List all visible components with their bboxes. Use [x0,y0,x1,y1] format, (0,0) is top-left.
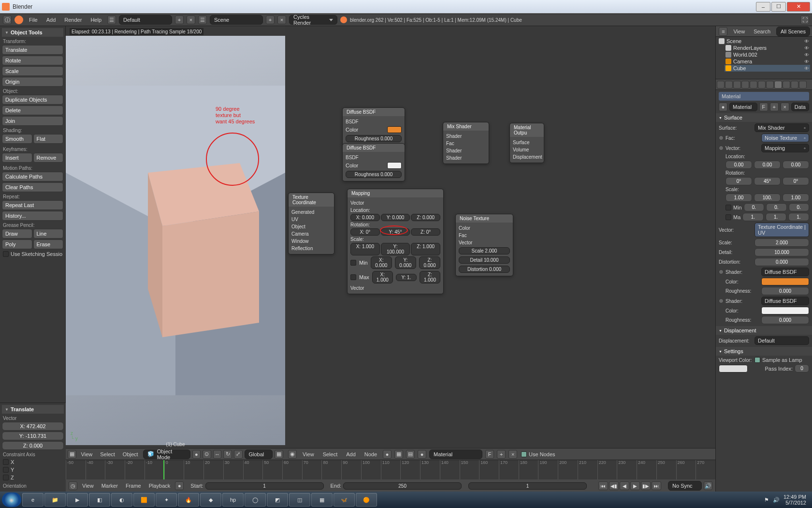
node-menu-view[interactable]: View [300,450,317,458]
fake-user-button[interactable]: F [759,103,768,111]
auto-keyframe-icon[interactable]: ● [175,481,184,490]
manipulator-translate-icon[interactable]: ↔ [213,450,222,459]
socket-camera-out[interactable]: Camera [291,230,331,238]
node-header[interactable]: Material Outpu [510,123,544,137]
taskbar-app-icon[interactable]: 🔥 [178,493,199,507]
outliner-item[interactable]: Camera👁 [725,58,810,65]
rotate-button[interactable]: Rotate [2,56,63,65]
vector2-value[interactable]: Texture Coordinate | UV [754,223,809,237]
viewport-menu-object[interactable]: Object [120,450,141,458]
remove-layout-button[interactable]: × [187,15,195,24]
socket-shader-in-2[interactable]: Shader [446,154,486,162]
smooth-button[interactable]: Smooth [2,134,32,144]
play-reverse-button[interactable]: ◀ [620,481,629,490]
jump-start-button[interactable]: ⏮ [598,481,608,490]
tex-detail-value[interactable]: 10.000 [754,248,809,256]
new-material-button[interactable]: + [770,103,779,111]
viewport-color-swatch[interactable] [719,365,748,373]
mapping-min-checkbox[interactable] [350,260,356,266]
gp-erase-button[interactable]: Erase [33,239,64,249]
node-header[interactable]: Mapping [348,189,443,197]
prop-tab-modifiers[interactable] [758,81,766,89]
socket-generated-out[interactable]: Generated [291,209,331,216]
taskbar-app-icon[interactable]: ◫ [289,493,310,507]
gp-draw-button[interactable]: Draw [2,229,32,239]
pass-index-value[interactable]: 0 [795,364,809,373]
taskbar-media-icon[interactable]: ▶ [67,493,88,507]
prop-max-x[interactable]: 1. [742,213,763,221]
prop-rot-x[interactable]: 0° [725,177,752,185]
prop-loc-y[interactable]: 0.00 [754,161,781,169]
taskbar-hp-icon[interactable]: hp [222,493,244,507]
node-mapping[interactable]: Mapping Vector Location: X: 0.000 Y: 0.0… [347,189,444,294]
displacement-value[interactable]: Default [754,336,809,345]
fac-value[interactable]: Noise Texture◦ [761,134,809,142]
taskbar-explorer-icon[interactable]: 📁 [44,493,66,507]
surface-section-header[interactable]: Surface [716,113,812,122]
repeat-last-button[interactable]: Repeat Last [2,200,63,210]
shader1-socket-icon[interactable] [719,269,724,274]
node-mix-shader[interactable]: Mix Shader Shader Fac Shader Shader [443,122,489,164]
use-nodes-checkbox[interactable]: Use Nodes [520,450,556,458]
translate-button[interactable]: Translate [2,45,63,55]
socket-bsdf-out[interactable]: BSDF [346,154,402,161]
translate-panel-header[interactable]: Translate [2,405,64,414]
socket-shader-in-1[interactable]: Shader [446,147,486,154]
manipulator-scale-icon[interactable]: ⤢ [234,450,243,459]
visibility-icon[interactable]: 👁 [804,66,809,71]
sketching-session-checkbox[interactable]: Use Sketching Sessio [2,250,63,258]
outliner-menu-view[interactable]: View [730,28,748,35]
roughness-field[interactable]: Roughness 0.000 [346,171,402,178]
node-editor[interactable]: Diffuse BSDF BSDF Color Roughness 0.000 … [285,26,715,460]
prop-min-z[interactable]: 0. [789,203,809,211]
prop-rot-z[interactable]: 0° [783,177,809,185]
visibility-icon[interactable]: 👁 [804,59,809,64]
mapping-max-checkbox[interactable] [350,274,356,280]
texture-type-icon[interactable]: ▤ [406,450,415,459]
socket-uv-out[interactable]: UV [291,216,331,223]
noise-distortion-field[interactable]: Distortion 0.000 [459,266,510,273]
outliner-item[interactable]: World.002👁 [725,51,810,58]
taskbar-app-icon[interactable]: ✦ [156,493,177,507]
remove-scene-button[interactable]: × [277,15,286,24]
menu-file[interactable]: File [26,16,41,24]
outliner-item[interactable]: Cube👁 [725,65,810,72]
prop-tab-constraints[interactable] [750,81,757,89]
history-button[interactable]: History... [2,211,63,221]
socket-surface-in[interactable]: Surface [513,139,541,146]
link-dropdown[interactable]: Data [791,103,809,111]
outliner-menu-search[interactable]: Search [751,28,773,35]
prop-scale-x[interactable]: 1.00 [725,194,752,202]
node-menu-add[interactable]: Add [343,450,359,458]
jump-prev-keyframe-button[interactable]: ◀▮ [609,481,619,490]
node-material-output[interactable]: Material Outpu Surface Volume Displaceme… [509,123,544,163]
node-noise-texture[interactable]: Noise Texture Color Fac Vector Scale 2.0… [455,214,513,276]
material-name-field[interactable]: Material [429,449,482,459]
taskbar-app-icon[interactable]: ◧ [89,493,110,507]
timeline-ruler[interactable]: -50-40-30-20-100102030405060708090100110… [66,460,715,479]
node-header[interactable]: Diffuse BSDF [343,144,405,152]
socket-bsdf-out[interactable]: BSDF [346,118,402,125]
node-header[interactable]: Diffuse BSDF [343,108,405,116]
node-header[interactable]: Noise Texture [456,214,513,223]
prop-tab-object[interactable] [741,81,749,89]
system-clock[interactable]: 12:49 PM 5/7/2012 [783,494,806,506]
viewport-editor-type-icon[interactable]: ▦ [68,450,76,459]
node-header[interactable]: Mix Shader [443,122,489,131]
mapping-max-x[interactable]: X: 1.000 [372,271,393,284]
delete-button[interactable]: Delete [2,105,63,115]
max-checkbox[interactable] [725,214,731,220]
roughness-field[interactable]: Roughness 0.000 [346,135,402,142]
prop-tab-world[interactable] [733,81,741,89]
orientation-dropdown[interactable]: Global [245,449,273,459]
scene-browse-icon[interactable]: ☰ [198,15,207,24]
node-diffuse-bsdf-1[interactable]: Diffuse BSDF BSDF Color Roughness 0.000 [342,107,405,146]
socket-displacement-in[interactable]: Displacement [513,153,541,161]
mapping-loc-y[interactable]: Y: 0.000 [381,214,410,221]
prop-tab-render[interactable] [717,81,725,89]
close-button[interactable]: ✕ [787,2,810,12]
clear-paths-button[interactable]: Clear Paths [2,182,63,192]
prop-max-y[interactable]: 1. [766,213,786,221]
tex-scale-value[interactable]: 2.000 [754,239,809,247]
socket-color-in[interactable]: Color [346,163,358,168]
